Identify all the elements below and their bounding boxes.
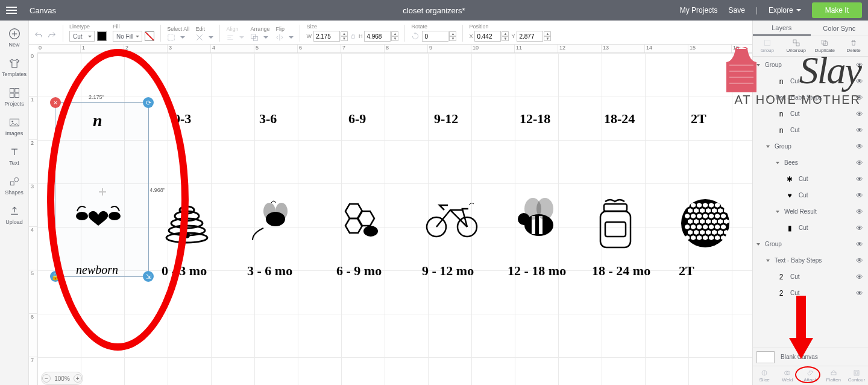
menu-button[interactable]	[6, 7, 21, 14]
visibility-icon[interactable]: 👁	[856, 77, 863, 86]
art-bottom-label[interactable]: 2T	[679, 263, 694, 279]
art-bottom-label[interactable]: 3 - 6 mo	[247, 263, 292, 279]
art-top-label[interactable]: 9-12	[434, 111, 458, 127]
select-all-button[interactable]	[167, 33, 189, 42]
make-it-button[interactable]: Make It	[812, 2, 862, 18]
visibility-icon[interactable]: 👁	[856, 94, 863, 102]
visibility-icon[interactable]: 👁	[856, 289, 863, 298]
layer-item[interactable]: nCut👁	[753, 122, 868, 138]
visibility-icon[interactable]: 👁	[856, 142, 863, 151]
my-projects-link[interactable]: My Projects	[680, 6, 718, 14]
images-button[interactable]: Images	[0, 113, 29, 140]
pos-x-input[interactable]	[474, 31, 501, 42]
expand-icon[interactable]	[766, 259, 770, 262]
fill-color-swatch[interactable]	[145, 31, 154, 41]
expand-icon[interactable]	[766, 145, 770, 148]
fill-select[interactable]: No Fill	[113, 31, 142, 42]
visibility-icon[interactable]: 👁	[856, 256, 863, 265]
art-bottom-label[interactable]: 9 - 12 mo	[422, 263, 474, 279]
visibility-icon[interactable]: 👁	[856, 208, 863, 216]
tab-layers[interactable]: Layers	[753, 21, 811, 36]
tab-colorsync[interactable]: Color Sync	[811, 21, 869, 36]
visibility-icon[interactable]: 👁	[856, 159, 863, 167]
layer-item[interactable]: ▮Cut👁	[753, 220, 868, 236]
undo-icon[interactable]	[34, 31, 43, 40]
duplicate-button[interactable]: Duplicate	[811, 36, 840, 56]
upload-button[interactable]: Upload	[0, 202, 29, 229]
layer-group[interactable]: Text - Baby Steps👁	[753, 252, 868, 269]
art-top-label[interactable]: 12-18	[520, 111, 550, 127]
art-top-label[interactable]: 6-9	[348, 111, 366, 127]
pos-y-input[interactable]	[517, 31, 543, 42]
size-w-input[interactable]	[313, 31, 340, 42]
zoom-out-button[interactable]: −	[42, 374, 51, 383]
arrange-button[interactable]	[250, 33, 269, 42]
art-graphic[interactable]	[509, 198, 563, 243]
layer-group[interactable]: Group👁	[753, 57, 868, 73]
linetype-select[interactable]: Cut	[69, 31, 95, 42]
blank-canvas-row[interactable]: Blank Canvas	[753, 348, 868, 366]
rotate-handle[interactable]: ⟳	[143, 97, 154, 108]
visibility-icon[interactable]: 👁	[856, 175, 863, 183]
art-bottom-label[interactable]: 18 - 24 mo	[592, 263, 650, 279]
layer-item[interactable]: 2Cut👁	[753, 285, 868, 301]
art-bottom-label[interactable]: newborn	[76, 263, 118, 277]
visibility-icon[interactable]: 👁	[856, 240, 863, 249]
ungroup-button[interactable]: UnGroup	[782, 36, 811, 56]
zoom-control[interactable]: − 100% +	[41, 372, 83, 385]
visibility-icon[interactable]: 👁	[856, 126, 863, 135]
visibility-icon[interactable]: 👁	[856, 224, 863, 232]
layer-item[interactable]: nCut👁	[753, 106, 868, 122]
expand-icon[interactable]	[756, 243, 760, 246]
rotate-input[interactable]	[422, 31, 448, 42]
expand-icon[interactable]	[756, 64, 760, 66]
art-top-label[interactable]: 0-3	[174, 111, 191, 127]
attach-button[interactable]: Attach	[799, 366, 822, 385]
text-button[interactable]: Text	[0, 142, 29, 170]
flip-button[interactable]	[275, 33, 294, 42]
zoom-in-button[interactable]: +	[74, 374, 82, 383]
visibility-icon[interactable]: 👁	[856, 273, 863, 281]
delete-handle[interactable]: ×	[50, 97, 61, 108]
size-h-input[interactable]	[364, 31, 391, 42]
save-button[interactable]: Save	[728, 6, 744, 14]
art-graphic[interactable]	[163, 198, 211, 246]
layer-item[interactable]: 2Cut👁	[753, 269, 868, 285]
art-bottom-label[interactable]: 0 - 3 mo	[162, 263, 207, 279]
redo-icon[interactable]	[47, 31, 57, 40]
visibility-icon[interactable]: 👁	[856, 191, 863, 200]
shapes-button[interactable]: Shapes	[0, 172, 29, 199]
visibility-icon[interactable]: 👁	[856, 61, 863, 69]
art-bottom-label[interactable]: 12 - 18 mo	[508, 263, 566, 279]
linetype-color-swatch[interactable]	[97, 31, 107, 41]
layer-group[interactable]: Text - Baby Steps👁	[753, 89, 868, 106]
art-graphic[interactable]	[423, 198, 480, 240]
art-top-label[interactable]: 18-24	[604, 111, 635, 127]
visibility-icon[interactable]: 👁	[856, 110, 863, 118]
art-graphic[interactable]	[248, 198, 297, 243]
expand-icon[interactable]	[766, 97, 770, 99]
art-graphic[interactable]	[338, 198, 389, 246]
layer-group[interactable]: Group👁	[753, 236, 868, 252]
expand-icon[interactable]	[776, 162, 779, 164]
layer-group[interactable]: Weld Result👁	[753, 203, 868, 220]
layer-item[interactable]: ✱Cut👁	[753, 171, 868, 187]
new-button[interactable]: New	[0, 24, 29, 51]
layer-item[interactable]: nCut👁	[753, 73, 868, 89]
design-canvas[interactable]: 0123456789101112131415161718 01234567891…	[29, 45, 752, 385]
art-bottom-label[interactable]: 6 - 9 mo	[336, 263, 382, 279]
edit-button[interactable]	[195, 33, 213, 42]
layers-list[interactable]: Group👁nCut👁Text - Baby Steps👁nCut👁nCut👁G…	[753, 57, 868, 348]
art-graphic[interactable]	[71, 198, 125, 234]
art-graphic[interactable]	[680, 198, 731, 249]
delete-button[interactable]: Delete	[839, 36, 868, 56]
art-graphic[interactable]	[593, 198, 638, 252]
art-top-label[interactable]: 3-6	[259, 111, 277, 127]
art-top-label[interactable]: 2T	[691, 111, 706, 127]
layer-item[interactable]: ♥Cut👁	[753, 187, 868, 203]
art-top-label[interactable]: n	[93, 111, 102, 130]
lock-handle[interactable]: 🔒	[50, 271, 61, 282]
scale-handle[interactable]: ⇲	[143, 271, 154, 282]
lock-aspect-icon[interactable]	[350, 32, 356, 40]
layer-group[interactable]: Group👁	[753, 138, 868, 154]
